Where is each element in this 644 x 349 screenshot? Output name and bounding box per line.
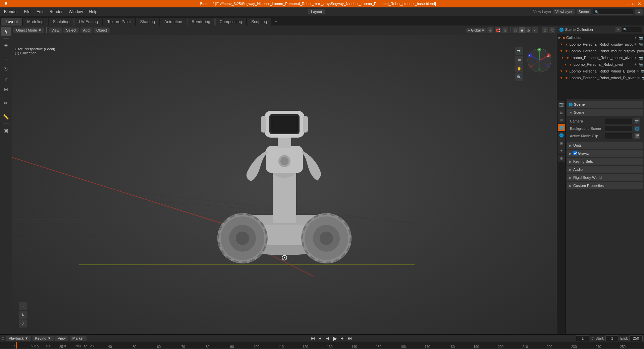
transform-scale-btn[interactable]: ⤢ (19, 319, 27, 328)
jump-start-btn[interactable]: ⏮ (310, 335, 316, 341)
transform-rotate-btn[interactable]: ↻ (19, 311, 27, 319)
toolbar-add-cube[interactable]: ▣ (1, 126, 11, 135)
tab-shading[interactable]: Shading (136, 18, 159, 26)
outliner-item-pivot[interactable]: ▼ ▼ Loomo_Personal_Robot_pivot 👁 📷 (557, 61, 644, 68)
outliner-item-wheel-l[interactable]: ▼ ▼ Loomo_Personal_Robot_wheel_L_pivot 👁… (557, 68, 644, 74)
toolbar-select[interactable] (1, 27, 11, 36)
toolbar-scale[interactable]: ⤢ (1, 74, 11, 84)
camera-value[interactable] (605, 118, 633, 124)
tab-sculpting[interactable]: Sculpting (49, 18, 74, 26)
nav-gizmo[interactable]: Z X Y (526, 47, 553, 74)
proportional-btn[interactable]: ⊙ (502, 27, 508, 33)
grid-overlay-btn[interactable]: ⊞ (515, 56, 523, 64)
menu-blender[interactable]: Blender (1, 9, 20, 15)
close-button[interactable]: ✕ (638, 1, 641, 6)
outliner-filter-btn[interactable]: ▼ (615, 27, 621, 32)
keying-sets-header[interactable]: ▶ Keying Sets (567, 158, 643, 165)
prev-keyframe-btn[interactable]: ⏭ (317, 335, 323, 341)
collection-eye[interactable]: 👁 (634, 36, 637, 40)
toolbar-cursor[interactable]: ⊕ (1, 41, 11, 50)
outliner-item-collection[interactable]: ▶ ■ Collection 👁 📷 (557, 34, 644, 41)
timeline-keying-menu[interactable]: Keying ▼ (33, 336, 54, 341)
props-tab-output[interactable]: 🖨 (558, 108, 565, 116)
select-menu[interactable]: Select (63, 28, 79, 33)
menu-window[interactable]: Window (66, 9, 86, 15)
outliner-item-display[interactable]: ▼ ▼ Loomo_Personal_Robot_display_pivot 👁… (557, 41, 644, 48)
props-tab-particles[interactable]: ✦ (558, 147, 565, 154)
hand-btn[interactable]: ✋ (515, 64, 523, 72)
outliner-item-mount[interactable]: ▼ ▼ Loomo_Personal_Robot_mount_pivot 👁 📷 (557, 54, 644, 61)
menu-file[interactable]: File (21, 9, 33, 15)
object-mode-dropdown[interactable]: Object Mode ▼ (13, 28, 44, 33)
outliner-item-wheel-r[interactable]: ▼ ▼ Loomo_Personal_Robot_wheel_R_pivot 👁… (557, 74, 644, 81)
object-menu[interactable]: Object (94, 28, 110, 33)
view-menu[interactable]: View (49, 28, 62, 33)
add-menu[interactable]: Add (80, 28, 93, 33)
rendered-btn[interactable]: ● (532, 27, 538, 33)
gravity-section-header[interactable]: ▶ Gravity (567, 150, 643, 157)
minimize-button[interactable]: — (625, 1, 630, 6)
solid-btn[interactable]: ◉ (519, 27, 525, 33)
props-tab-physics[interactable]: ⚙ (558, 155, 565, 162)
tab-modeling[interactable]: Modeling (23, 18, 48, 26)
camera-view-btn[interactable]: 📷 (515, 47, 523, 55)
current-frame-input[interactable]: 1 (576, 335, 589, 341)
maximize-button[interactable]: □ (632, 1, 635, 6)
props-tab-render[interactable]: 📷 (558, 101, 565, 108)
outliner-item-mount-display[interactable]: ▼ ▼ Loomo_Personal_Robot_mount_display_p… (557, 48, 644, 54)
props-tab-object[interactable]: ▣ (558, 139, 565, 147)
pivot-point-btn[interactable]: ⊙ (487, 27, 493, 33)
titlebar-controls[interactable]: — □ ✕ (625, 1, 641, 6)
next-keyframe-btn[interactable]: ⏭ (339, 335, 345, 341)
movie-clip-value[interactable] (605, 133, 633, 139)
movie-clip-btn[interactable]: 🎬 (634, 133, 640, 139)
scene-section-header[interactable]: ▼ Scene (567, 109, 643, 116)
tab-add-button[interactable]: + (272, 17, 280, 26)
timeline-playback-menu[interactable]: Playback ▼ (6, 336, 31, 341)
bg-scene-value[interactable] (605, 126, 633, 132)
bg-scene-btn[interactable]: 🌐 (634, 126, 640, 132)
end-frame-input[interactable]: 250 (629, 335, 643, 341)
snap-btn[interactable]: 🧲 (495, 27, 501, 33)
toolbar-measure[interactable]: 📏 (1, 112, 11, 121)
props-tab-scene[interactable]: 🌐 (558, 124, 565, 131)
viewport-canvas[interactable]: User Perspective (Local) (1) Collection (12, 35, 557, 334)
toolbar-move[interactable]: ✛ (1, 54, 11, 64)
jump-end-btn[interactable]: ⏭ (347, 335, 353, 341)
toolbar-rotate[interactable]: ↻ (1, 64, 11, 74)
outliner-search[interactable]: 🔍 (622, 27, 642, 32)
props-tab-world[interactable]: 🌐 (558, 132, 565, 139)
gizmo-btn[interactable]: ▽ (549, 27, 555, 33)
menu-render[interactable]: Render (47, 9, 65, 15)
custom-properties-header[interactable]: ▶ Custom Properties (567, 182, 643, 189)
toolbar-annotate[interactable]: ✏ (1, 98, 11, 108)
tab-animation[interactable]: Animation (160, 18, 186, 26)
wireframe-btn[interactable]: ◻ (513, 27, 519, 33)
timeline-ruler[interactable]: 1 50 100 150 200 250 1102030405060708090… (0, 342, 644, 349)
tab-texture-paint[interactable]: Texture Paint (103, 18, 135, 26)
camera-btn[interactable]: 📷 (634, 118, 640, 124)
rigid-body-world-header[interactable]: ▶ Rigid Body World (567, 174, 643, 181)
menu-edit[interactable]: Edit (34, 9, 46, 15)
menu-help[interactable]: Help (86, 9, 100, 15)
tab-uv-editing[interactable]: UV Editing (74, 18, 102, 26)
lookdev-btn[interactable]: ◑ (525, 27, 531, 33)
audio-section-header[interactable]: ▶ Audio (567, 166, 643, 173)
transform-move-btn[interactable]: ✛ (19, 302, 27, 310)
tab-layout[interactable]: Layout (1, 18, 22, 26)
start-frame-input[interactable]: 1 (605, 335, 619, 341)
tab-compositing[interactable]: Compositing (215, 18, 247, 26)
timeline-marker-menu[interactable]: Marker (70, 336, 87, 341)
props-tab-view-layer[interactable]: ⊞ (558, 116, 565, 123)
toolbar-transform[interactable]: ⊞ (1, 85, 11, 94)
tab-rendering[interactable]: Rendering (187, 18, 214, 26)
editor-type-label[interactable]: Layout (311, 10, 322, 14)
zoom-btn[interactable]: 🔍 (515, 73, 523, 81)
play-btn[interactable]: ▶ (332, 335, 338, 341)
overlay-btn[interactable]: ⊙ (542, 27, 548, 33)
timeline-view-menu[interactable]: View (55, 336, 68, 341)
tab-scripting[interactable]: Scripting (247, 18, 271, 26)
play-reverse-btn[interactable]: ◀ (325, 335, 331, 341)
collection-camera[interactable]: 📷 (639, 36, 643, 40)
gravity-checkbox[interactable] (573, 151, 577, 155)
